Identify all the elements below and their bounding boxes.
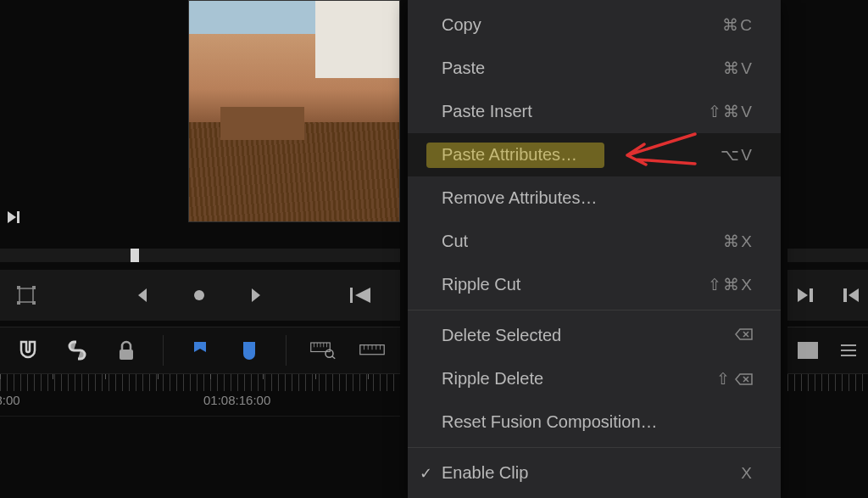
scrubber-thumb[interactable] <box>131 249 139 262</box>
menu-separator <box>408 310 781 311</box>
timecode-label-2: 01:08:16:00 <box>203 393 270 407</box>
menu-item-copy[interactable]: Copy ⌘C <box>408 3 781 47</box>
prev-keyframe-icon[interactable] <box>127 281 156 310</box>
keyframe-icon[interactable] <box>185 281 214 310</box>
zoom-ruler-icon[interactable] <box>310 338 336 363</box>
shift-backspace-icon: ⇧ <box>716 369 754 389</box>
menu-label: Ripple Delete <box>442 369 543 389</box>
menu-shortcut: ⌘C <box>722 15 754 35</box>
lock-icon[interactable] <box>114 338 139 363</box>
menu-item-ripple-delete[interactable]: Ripple Delete ⇧ <box>408 357 781 400</box>
menu-shortcut: ⌘X <box>723 232 754 251</box>
menu-lines-icon[interactable] <box>836 338 861 363</box>
backspace-icon <box>735 327 754 345</box>
next-keyframe-icon[interactable] <box>242 281 271 310</box>
link-icon[interactable] <box>64 338 90 363</box>
menu-label: Ripple Cut <box>442 275 520 294</box>
preview-thumbnail <box>188 0 400 222</box>
menu-item-paste-insert[interactable]: Paste Insert ⇧⌘V <box>408 90 781 133</box>
menu-item-paste[interactable]: Paste ⌘V <box>408 47 781 90</box>
menu-label: Remove Attributes… <box>442 188 597 208</box>
split-view-icon[interactable] <box>795 338 821 363</box>
transport-toolbar <box>0 270 400 321</box>
menu-shortcut: X <box>741 464 754 483</box>
crop-icon[interactable] <box>14 281 39 310</box>
svg-rect-7 <box>120 350 133 360</box>
menu-item-delete-selected[interactable]: Delete Selected <box>408 314 781 357</box>
menu-item-enable-clip[interactable]: ✓ Enable Clip X <box>408 451 781 495</box>
right-toolrow <box>787 327 868 374</box>
menu-label: Cut <box>442 232 468 251</box>
magnet-icon[interactable] <box>15 338 41 363</box>
menu-label: Reset Fusion Composition… <box>442 412 658 432</box>
menu-shortcut: ⌘V <box>723 59 754 78</box>
scrubber-track[interactable] <box>0 249 400 262</box>
menu-item-reset-fusion[interactable]: Reset Fusion Composition… <box>408 400 781 444</box>
svg-rect-0 <box>19 288 33 302</box>
menu-shortcut: ⇧⌘X <box>708 275 754 294</box>
menu-separator <box>408 447 781 448</box>
menu-item-remove-attributes[interactable]: Remove Attributes… <box>408 176 781 220</box>
marker-icon[interactable] <box>236 338 262 363</box>
menu-label: Paste Attributes… <box>442 145 577 165</box>
timecode-label-1: :08:00 <box>0 393 20 407</box>
flag-marker-icon[interactable] <box>187 338 213 363</box>
skip-back-button-right[interactable] <box>836 281 865 310</box>
menu-label: Paste Insert <box>442 102 532 121</box>
skip-end-button[interactable] <box>0 204 27 231</box>
menu-label: Enable Clip <box>442 463 528 483</box>
right-scrubber[interactable] <box>787 249 868 262</box>
svg-point-5 <box>194 290 204 300</box>
check-icon: ✓ <box>420 464 432 483</box>
skip-forward-button[interactable] <box>792 281 821 310</box>
menu-label: Copy <box>442 15 481 35</box>
right-transport <box>787 270 868 321</box>
menu-label: Delete Selected <box>442 326 561 345</box>
context-menu: Copy ⌘C Paste ⌘V Paste Insert ⇧⌘V Paste … <box>408 0 781 498</box>
menu-item-ripple-cut[interactable]: Ripple Cut ⇧⌘X <box>408 263 781 306</box>
timeline-toolrow <box>0 327 400 374</box>
svg-rect-4 <box>32 301 36 305</box>
timeline-ruler[interactable]: :08:00 01:08:16:00 <box>0 374 400 417</box>
svg-line-15 <box>332 356 336 359</box>
menu-item-paste-attributes[interactable]: Paste Attributes… ⌥V <box>408 133 781 176</box>
ruler-icon[interactable] <box>359 338 385 363</box>
right-ruler[interactable] <box>787 374 868 417</box>
menu-shortcut: ⌥V <box>721 145 754 165</box>
skip-back-button[interactable] <box>346 281 375 310</box>
svg-rect-3 <box>17 301 20 305</box>
svg-rect-2 <box>32 286 36 289</box>
menu-label: Paste <box>442 59 485 78</box>
menu-shortcut: ⇧⌘V <box>708 102 754 121</box>
menu-item-cut[interactable]: Cut ⌘X <box>408 220 781 263</box>
svg-rect-1 <box>17 286 20 289</box>
